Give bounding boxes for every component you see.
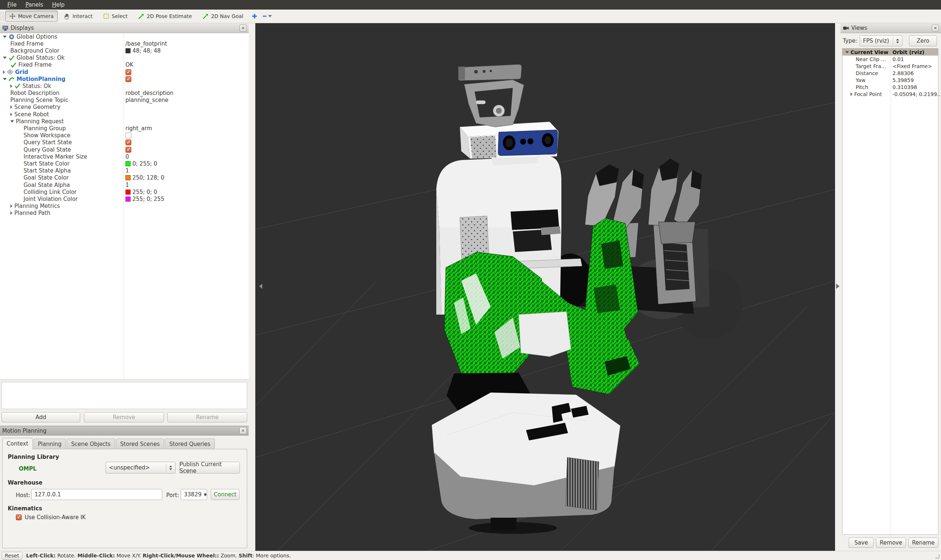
close-icon[interactable]	[240, 25, 246, 32]
row-planning-request[interactable]: Planning Request	[0, 118, 249, 125]
expander-right-icon[interactable]	[3, 70, 5, 74]
color-swatch[interactable]	[125, 197, 131, 202]
tool-interact[interactable]: Interact	[60, 11, 96, 22]
expander-down-icon[interactable]	[3, 78, 7, 80]
tab-context[interactable]: Context	[2, 438, 33, 449]
add-display-button[interactable]: Add	[2, 412, 80, 422]
checkbox-unchecked[interactable]	[125, 132, 131, 138]
tool-2d-pose-estimate[interactable]: 2D Pose Estimate	[134, 11, 196, 22]
tab-stored-queries[interactable]: Stored Queries	[165, 438, 215, 449]
color-swatch[interactable]	[125, 48, 131, 53]
tool-move-camera[interactable]: Move Camera	[5, 11, 58, 22]
checkbox-checked[interactable]	[125, 147, 131, 153]
use-collision-aware-ik-option[interactable]: Use Collision-Aware IK	[16, 514, 86, 521]
row-global-status[interactable]: Global Status: Ok	[0, 54, 249, 62]
property-value[interactable]: 250; 128; 0	[132, 174, 164, 181]
views-row-yaw[interactable]: Yaw 5.39859	[843, 77, 938, 83]
remove-view-button[interactable]: Remove	[876, 538, 906, 548]
row-fixed-frame[interactable]: Fixed Frame/base_footprint	[0, 40, 249, 47]
property-value[interactable]: right_arm	[125, 125, 152, 132]
collapse-right-arrow-icon[interactable]	[836, 284, 840, 289]
row-start-state-alpha[interactable]: Start State Alpha1	[0, 168, 249, 174]
property-value[interactable]: -0.05094; 0.2199...	[892, 91, 941, 97]
menu-panels[interactable]: Panels	[22, 1, 47, 9]
row-query-start-state[interactable]: Query Start State	[0, 139, 249, 146]
property-value[interactable]: 0; 255; 0	[132, 160, 157, 167]
toolbar-drag-handle[interactable]	[1, 12, 4, 21]
tool-select[interactable]: Select	[99, 11, 131, 22]
expander-right-icon[interactable]	[10, 84, 12, 88]
row-planned-path[interactable]: Planned Path	[0, 210, 249, 217]
row-robot-description[interactable]: Robot Descriptionrobot_description	[0, 90, 249, 97]
spinner-arrows-icon[interactable]	[204, 493, 207, 496]
views-row-current-view[interactable]: Current View Orbit (rviz)	[843, 49, 938, 55]
row-start-state-color[interactable]: Start State Color0; 255; 0	[0, 160, 249, 167]
row-interactive-marker-size[interactable]: Interactive Marker Size0	[0, 153, 249, 160]
row-status-ok[interactable]: Status: Ok	[0, 82, 249, 89]
property-value[interactable]: /base_footprint	[125, 40, 167, 47]
host-input[interactable]: 127.0.0.1	[31, 489, 162, 500]
resize-grip[interactable]	[935, 554, 940, 559]
spinner-arrows-icon[interactable]	[166, 464, 172, 472]
property-value[interactable]: 0.310398	[892, 84, 917, 90]
property-value[interactable]: 1	[125, 182, 129, 188]
property-value[interactable]: 255; 0; 255	[132, 196, 164, 202]
checkbox-checked[interactable]	[16, 514, 22, 520]
row-goal-state-color[interactable]: Goal State Color250; 128; 0	[0, 174, 249, 182]
checkbox-checked[interactable]	[125, 140, 131, 145]
row-scene-robot[interactable]: Scene Robot	[0, 111, 249, 118]
property-value[interactable]: 2.88306	[892, 70, 914, 76]
zero-button[interactable]: Zero	[909, 35, 937, 46]
close-icon[interactable]	[240, 427, 246, 434]
views-row-focal-point[interactable]: Focal Point -0.05094; 0.2199...	[843, 91, 938, 97]
views-row-target-frame[interactable]: Target Fra... <Fixed Frame>	[843, 63, 938, 69]
views-row-distance[interactable]: Distance 2.88306	[843, 69, 938, 77]
expander-right-icon[interactable]	[10, 105, 12, 109]
rename-display-button[interactable]: Rename	[168, 412, 247, 422]
publish-current-scene-button[interactable]: Publish Current Scene	[179, 462, 240, 474]
reset-button[interactable]: Reset	[2, 552, 22, 560]
property-value[interactable]: <Fixed Frame>	[892, 63, 932, 69]
expander-right-icon[interactable]	[10, 112, 12, 116]
row-query-goal-state[interactable]: Query Goal State	[0, 146, 249, 153]
spinner-arrows-icon[interactable]	[893, 37, 899, 45]
checkbox-checked[interactable]	[125, 69, 131, 75]
row-planning-scene-topic[interactable]: Planning Scene Topicplanning_scene	[0, 97, 249, 104]
row-planning-group[interactable]: Planning Groupright_arm	[0, 125, 249, 132]
remove-tool-button[interactable]	[262, 11, 272, 21]
property-value[interactable]: 255; 0; 0	[132, 189, 157, 195]
menu-help[interactable]: Help	[48, 1, 68, 9]
port-spinbox[interactable]: 33829	[181, 489, 207, 500]
row-show-workspace[interactable]: Show Workspace	[0, 132, 249, 139]
expander-right-icon[interactable]	[850, 92, 853, 96]
right-splitter[interactable]	[835, 23, 841, 551]
row-fixed-frame-status[interactable]: Fixed FrameOK	[0, 62, 249, 68]
tab-stored-scenes[interactable]: Stored Scenes	[116, 438, 164, 449]
add-tool-button[interactable]	[250, 11, 259, 21]
property-value[interactable]: 0.01	[892, 56, 904, 62]
view-type-select[interactable]: FPS (rviz)	[860, 35, 903, 46]
render-viewport[interactable]	[255, 23, 835, 551]
color-swatch[interactable]	[125, 189, 131, 195]
row-colliding-link-color[interactable]: Colliding Link Color255; 0; 0	[0, 188, 249, 195]
tab-planning[interactable]: Planning	[34, 438, 66, 449]
expander-right-icon[interactable]	[10, 211, 12, 215]
property-value[interactable]: 0	[125, 154, 129, 160]
property-value[interactable]: 48; 48; 48	[132, 48, 161, 54]
views-row-near-clip[interactable]: Near Clip ... 0.01	[843, 55, 938, 63]
color-swatch[interactable]	[125, 161, 131, 166]
tool-2d-nav-goal[interactable]: 2D Nav Goal	[198, 11, 247, 22]
row-motionplanning-display[interactable]: MotionPlanning	[0, 75, 249, 82]
checkbox-checked[interactable]	[125, 76, 131, 82]
expander-right-icon[interactable]	[10, 204, 12, 208]
property-value[interactable]: planning_scene	[125, 97, 169, 103]
row-planning-metrics[interactable]: Planning Metrics	[0, 203, 249, 210]
property-value[interactable]: 1	[125, 168, 129, 174]
connect-button[interactable]: Connect	[211, 489, 240, 500]
remove-display-button[interactable]: Remove	[84, 412, 164, 422]
collapse-left-arrow-icon[interactable]	[259, 284, 262, 289]
rename-view-button[interactable]: Rename	[908, 538, 938, 548]
row-joint-violation-color[interactable]: Joint Violation Color255; 0; 255	[0, 195, 249, 202]
views-column-divider[interactable]	[890, 49, 891, 534]
row-background-color[interactable]: Background Color48; 48; 48	[0, 47, 249, 54]
